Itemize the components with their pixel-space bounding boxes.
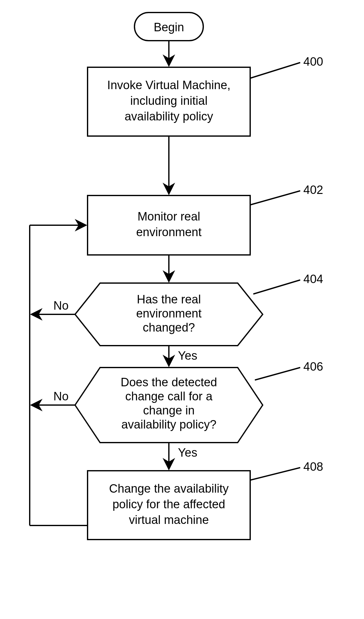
step-404-line3: changed? <box>143 321 195 334</box>
step-400-line2: including initial <box>130 94 207 107</box>
terminator-begin-label: Begin <box>154 21 184 34</box>
flowchart: Begin Invoke Virtual Machine, including … <box>0 0 364 619</box>
step-408-line1: Change the availability <box>109 482 229 495</box>
step-406-line3: change in <box>143 404 195 417</box>
step-402-line2: environment <box>136 226 202 239</box>
ref-leader-400 <box>250 63 300 78</box>
ref-leader-404 <box>253 280 300 294</box>
ref-400: 400 <box>303 55 323 68</box>
step-408-line3: virtual machine <box>129 513 209 526</box>
label-404-yes: Yes <box>178 349 197 362</box>
step-400-line3: availability policy <box>124 110 213 123</box>
step-404: Has the real environment changed? <box>75 283 263 346</box>
ref-leader-406 <box>255 368 300 380</box>
step-406-line1: Does the detected <box>121 376 217 389</box>
step-408-line2: policy for the affected <box>113 498 225 511</box>
ref-402: 402 <box>303 183 323 196</box>
step-400: Invoke Virtual Machine, including initia… <box>88 67 250 136</box>
terminator-begin: Begin <box>134 13 203 41</box>
step-404-line1: Has the real <box>137 293 201 306</box>
step-406-line4: availability policy? <box>121 418 216 431</box>
label-406-yes: Yes <box>178 446 197 459</box>
label-406-no: No <box>53 390 69 403</box>
ref-leader-408 <box>250 468 300 480</box>
step-406-line2: change call for a <box>125 390 213 403</box>
step-406: Does the detected change call for a chan… <box>75 368 263 443</box>
label-404-no: No <box>53 299 69 312</box>
ref-leader-402 <box>250 191 300 205</box>
step-408: Change the availability policy for the a… <box>88 471 250 540</box>
ref-404: 404 <box>303 272 323 286</box>
ref-406: 406 <box>303 360 323 373</box>
step-402: Monitor real environment <box>88 195 250 255</box>
step-402-line1: Monitor real <box>138 210 200 223</box>
step-400-line1: Invoke Virtual Machine, <box>107 79 230 92</box>
ref-408: 408 <box>303 460 323 473</box>
step-404-line2: environment <box>136 307 202 320</box>
svg-rect-2 <box>88 195 250 255</box>
